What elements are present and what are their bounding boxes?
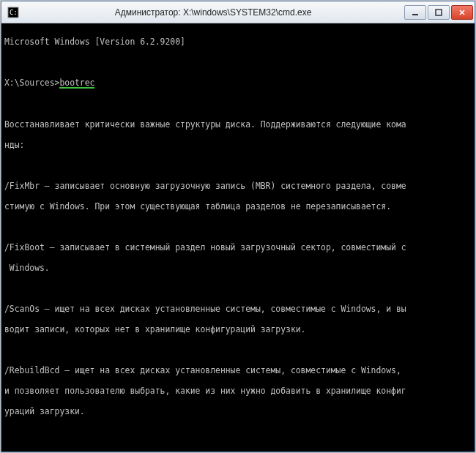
help-fixboot: /FixBoot — записывает в системный раздел… (4, 242, 472, 252)
cmd-window: C: Администратор: X:\windows\SYSTEM32\cm… (1, 1, 475, 452)
desc-line: нды: (4, 140, 472, 150)
help-scanos: /ScanOs — ищет на всех дисках установлен… (4, 304, 472, 314)
help-fixmbr: стимую с Windows. При этом существующая … (4, 201, 472, 211)
window-controls (403, 5, 473, 20)
help-scanos: водит записи, которых нет в хранилище ко… (4, 324, 472, 334)
desc-line: Восстанавливает критически важные структ… (4, 119, 472, 130)
close-button[interactable] (451, 5, 473, 20)
help-rebuildbcd: /RebuildBcd — ищет на всех дисках устано… (4, 365, 472, 375)
minimize-button[interactable] (404, 5, 426, 20)
version-line: Microsoft Windows [Version 6.2.9200] (4, 37, 472, 47)
help-rebuildbcd: ураций загрузки. (4, 406, 472, 416)
terminal-output[interactable]: Microsoft Windows [Version 6.2.9200] X:\… (1, 23, 475, 452)
titlebar[interactable]: C: Администратор: X:\windows\SYSTEM32\cm… (1, 1, 475, 23)
help-rebuildbcd: и позволяет пользователю выбрать, какие … (4, 386, 472, 396)
maximize-button[interactable] (428, 5, 450, 20)
prompt: X:\Sources> (4, 78, 59, 88)
svg-rect-2 (412, 14, 418, 15)
window-title: Администратор: X:\windows\SYSTEM32\cmd.e… (23, 7, 403, 18)
command-bootrec: bootrec (59, 78, 94, 89)
help-fixmbr: /FixMbr — записывает основную загрузочну… (4, 181, 472, 191)
help-fixboot: Windows. (4, 263, 472, 273)
svg-rect-3 (436, 10, 442, 15)
svg-text:C:: C: (10, 9, 18, 16)
cmd-icon: C: (7, 7, 19, 18)
